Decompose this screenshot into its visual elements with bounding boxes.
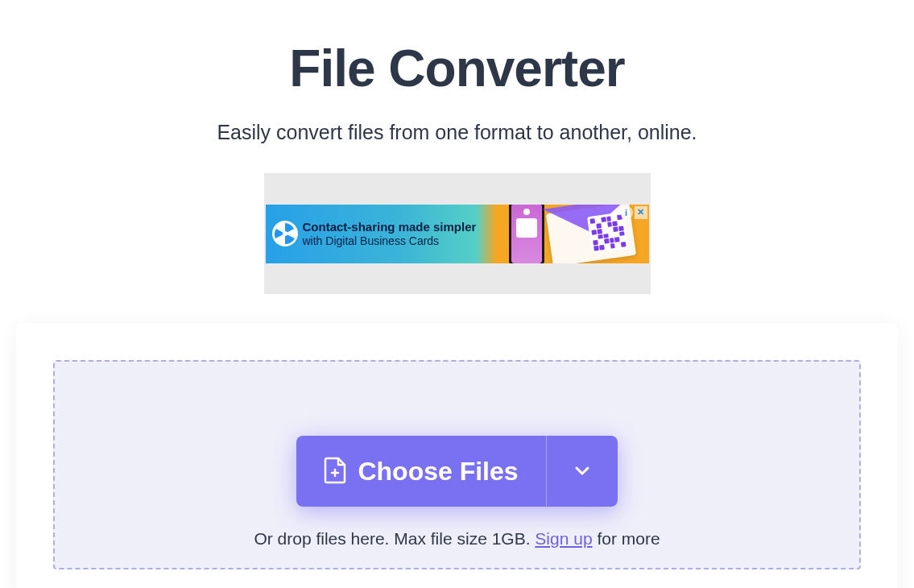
drop-hint-prefix: Or drop files here. Max file size 1GB.: [254, 529, 535, 548]
choose-files-dropdown-button[interactable]: [547, 436, 618, 507]
ad-headline: Contact-sharing made simpler: [303, 220, 477, 234]
choose-files-label: Choose Files: [358, 457, 518, 487]
ad-subline: with Digital Business Cards: [303, 234, 477, 248]
ad-close-icon[interactable]: ✕: [635, 206, 647, 219]
choose-files-button[interactable]: Choose Files: [296, 436, 546, 507]
fan-icon: [272, 221, 298, 246]
file-add-icon: [324, 457, 346, 487]
dropzone[interactable]: Choose Files Or drop files here. Max fil…: [53, 360, 861, 569]
phone-icon: [509, 205, 544, 263]
upload-panel: Choose Files Or drop files here. Max fil…: [16, 323, 898, 588]
ad-banner[interactable]: Contact-sharing made simpler with Digita…: [266, 205, 649, 263]
ad-info-icon[interactable]: i: [620, 206, 633, 219]
drop-hint-suffix: for more: [593, 529, 660, 548]
ad-container: Contact-sharing made simpler with Digita…: [264, 173, 651, 294]
choose-files-group: Choose Files: [296, 436, 617, 507]
chevron-down-icon: [573, 461, 592, 482]
signup-link[interactable]: Sign up: [535, 529, 592, 548]
page-title: File Converter: [0, 39, 914, 98]
ad-text: Contact-sharing made simpler with Digita…: [303, 220, 477, 248]
drop-hint: Or drop files here. Max file size 1GB. S…: [254, 529, 660, 549]
page-subtitle: Easily convert files from one format to …: [0, 121, 914, 144]
svg-point-1: [283, 231, 287, 236]
